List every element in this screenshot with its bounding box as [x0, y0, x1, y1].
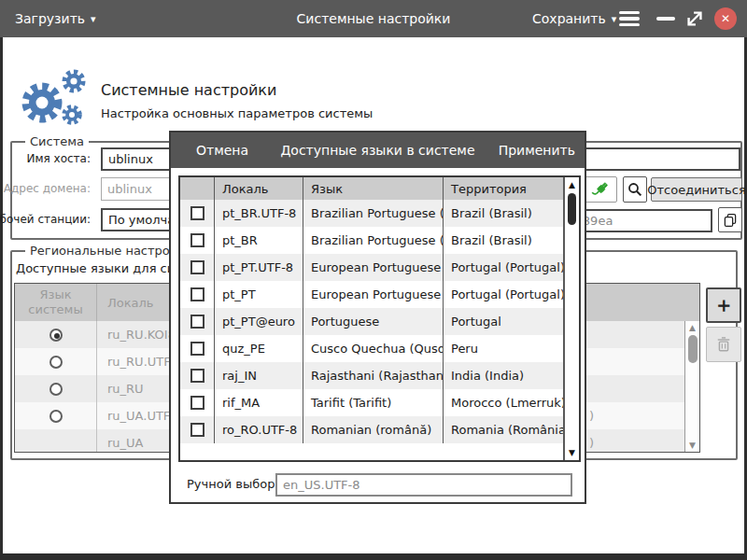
column-language: Язык [303, 177, 444, 200]
language-cell: European Portuguese (português europeu) [303, 254, 444, 281]
locale-checkbox[interactable] [190, 260, 204, 274]
locale-cell: raj_IN [215, 362, 303, 389]
language-radio[interactable] [49, 383, 63, 396]
locale-checkbox[interactable] [190, 369, 204, 383]
locale-checkbox[interactable] [190, 233, 204, 247]
scrollbar-thumb[interactable] [688, 335, 698, 363]
hamburger-icon [619, 11, 640, 27]
resize-button[interactable] [684, 0, 705, 37]
minimize-icon [656, 17, 675, 21]
scroll-down-icon[interactable]: ▼ [685, 440, 699, 451]
column-locale: Локаль [215, 177, 303, 200]
territory-cell: India (India) [444, 362, 563, 389]
locale-row[interactable]: pt_PT@euroPortuguesePortugal [180, 308, 563, 335]
hidden-column-tail: ) [589, 429, 594, 453]
plus-icon: ＋ [713, 291, 734, 319]
minimize-button[interactable] [656, 0, 675, 37]
close-icon: ✕ [721, 12, 730, 25]
available-languages-dialog: Отмена Доступные языки в системе Примени… [169, 131, 586, 504]
add-language-button[interactable]: ＋ [706, 287, 741, 323]
language-cell: Brazilian Portuguese (português do Brasi… [303, 200, 444, 227]
locale-row[interactable]: rif_MATarifit (Tarifit)Morocco (Lmerruk) [180, 389, 563, 416]
language-cell: Tarifit (Tarifit) [303, 389, 444, 416]
language-radio[interactable] [49, 329, 63, 342]
locale-cell: quz_PE [215, 335, 303, 362]
scroll-down-icon[interactable]: ▼ [565, 447, 579, 458]
language-cell: Romanian (română) [303, 416, 444, 443]
locale-row[interactable]: raj_INRajasthani (Rajasthani)India (Indi… [180, 362, 563, 389]
disconnect-button[interactable]: Отсоединиться [651, 177, 742, 202]
domain-label: Адрес домена: [4, 182, 91, 195]
locales-table-header: Локаль Язык Территория [180, 177, 563, 200]
manual-select-input[interactable] [275, 473, 572, 497]
locale-cell: pt_BR.UTF-8 [215, 200, 303, 227]
locale-cell: rif_MA [215, 389, 303, 416]
locale-row[interactable]: ro_RO.UTF-8Romanian (română)Romania (Rom… [180, 416, 563, 443]
language-cell: Brazilian Portuguese (português do Brasi… [303, 227, 444, 254]
content-area: Системные настройки Настройка основных п… [0, 37, 747, 560]
column-territory: Территория [444, 177, 563, 200]
territory-cell: Morocco (Lmerruk) [444, 389, 563, 416]
apply-button[interactable]: Применить [499, 133, 575, 168]
disconnect-label: Отсоединиться [647, 183, 746, 197]
locale-cell: pt_BR [215, 227, 303, 254]
trash-icon [714, 335, 733, 354]
locales-scrollbar[interactable]: ▲ ▼ [563, 177, 579, 460]
locale-row[interactable]: quz_PECusco Quechua (Qusqu runasimi)Peru [180, 335, 563, 362]
locale-cell: ro_RO.UTF-8 [215, 416, 303, 443]
resize-icon [684, 8, 705, 29]
page-title: Системные настройки [101, 81, 276, 99]
page-subtitle: Настройка основных параметров системы [101, 106, 373, 120]
copy-icon [722, 212, 739, 229]
titlebar: Загрузить ▾ Системные настройки Сохранит… [0, 0, 747, 37]
territory-cell: Brazil (Brasil) [444, 227, 563, 254]
language-radio[interactable] [49, 356, 63, 369]
plug-icon [590, 179, 611, 200]
territory-cell: Portugal [444, 308, 563, 335]
search-button[interactable] [623, 176, 647, 203]
hidden-column-tail: ) [589, 402, 594, 429]
close-button[interactable]: ✕ [714, 0, 737, 37]
copy-id-button[interactable] [718, 207, 742, 232]
connect-button[interactable] [584, 176, 617, 203]
locale-checkbox[interactable] [190, 206, 204, 220]
locale-checkbox[interactable] [190, 423, 204, 437]
language-cell: Portuguese [303, 308, 444, 335]
language-cell: Cusco Quechua (Qusqu runasimi) [303, 335, 444, 362]
scrollbar-thumb[interactable] [568, 193, 576, 225]
territory-cell: Brazil (Brasil) [444, 200, 563, 227]
system-languages-scrollbar[interactable]: ▲ ▼ [684, 321, 699, 452]
scroll-up-icon[interactable]: ▲ [685, 322, 699, 333]
territory-cell: Portugal (Portugal) [444, 281, 563, 308]
locale-row[interactable]: pt_PT.UTF-8European Portuguese (portuguê… [180, 254, 563, 281]
language-cell: Rajasthani (Rajasthani) [303, 362, 444, 389]
locale-checkbox[interactable] [190, 287, 204, 301]
locales-table: Локаль Язык Территория pt_BR.UTF-8Brazil… [178, 175, 581, 462]
app-window: Загрузить ▾ Системные настройки Сохранит… [0, 0, 747, 560]
workstation-id-label: ID рабочей станции: [0, 213, 91, 226]
save-menu-label: Сохранить [532, 11, 606, 26]
search-icon [627, 181, 643, 198]
locale-cell: pt_PT@euro [215, 308, 303, 335]
locale-row[interactable]: pt_BR.UTF-8Brazilian Portuguese (portugu… [180, 200, 563, 227]
language-cell: European Portuguese (português europeu) [303, 281, 444, 308]
territory-cell: Peru [444, 335, 563, 362]
scroll-up-icon[interactable]: ▲ [565, 179, 579, 190]
language-radio[interactable] [49, 410, 63, 423]
locale-checkbox[interactable] [190, 342, 204, 356]
territory-cell: Romania (România) [444, 416, 563, 443]
manual-select-label: Ручной выбор: [187, 477, 279, 491]
locale-row[interactable]: pt_PTEuropean Portuguese (português euro… [180, 281, 563, 308]
system-legend: Система [25, 134, 89, 148]
locale-checkbox[interactable] [190, 315, 204, 329]
menu-button[interactable] [619, 0, 640, 37]
column-language-system: Язык системы [15, 284, 97, 321]
delete-language-button[interactable] [706, 327, 741, 362]
locale-row[interactable]: pt_BRBrazilian Portuguese (português do … [180, 227, 563, 254]
hostname-label: Имя хоста: [27, 152, 92, 165]
save-menu-button[interactable]: Сохранить ▾ [532, 0, 616, 37]
gears-icon [14, 69, 94, 129]
caret-down-icon: ▾ [612, 13, 617, 25]
locale-checkbox[interactable] [190, 396, 204, 410]
locale-cell: pt_PT [215, 281, 303, 308]
